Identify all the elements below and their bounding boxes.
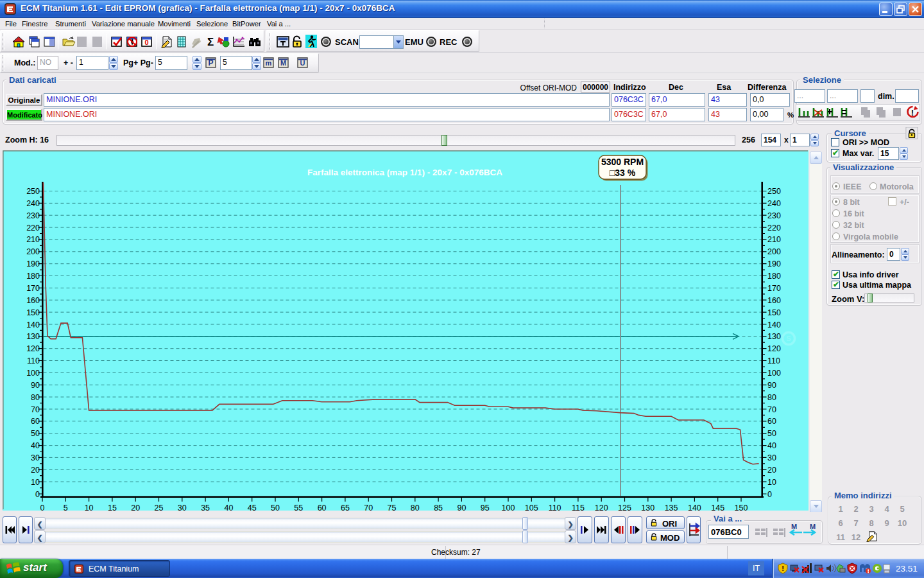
svg-text:125: 125 xyxy=(618,504,631,511)
svg-text:85: 85 xyxy=(434,504,443,511)
svg-text:45: 45 xyxy=(248,504,257,511)
svg-text:5: 5 xyxy=(64,504,68,511)
svg-text:25: 25 xyxy=(155,504,164,511)
svg-text:60: 60 xyxy=(31,417,40,426)
svg-text:70: 70 xyxy=(767,405,776,414)
svg-text:130: 130 xyxy=(767,332,781,341)
svg-text:200: 200 xyxy=(26,247,40,256)
svg-text:40: 40 xyxy=(767,441,776,450)
svg-text:230: 230 xyxy=(26,211,40,220)
svg-text:50: 50 xyxy=(767,429,776,438)
svg-text:90: 90 xyxy=(31,381,40,390)
svg-text:M: M xyxy=(280,59,286,67)
svg-text:110: 110 xyxy=(767,356,780,365)
svg-text:115: 115 xyxy=(572,504,585,511)
svg-text:150: 150 xyxy=(735,504,748,511)
svg-text:100: 100 xyxy=(767,369,781,378)
svg-text:140: 140 xyxy=(767,320,781,329)
svg-text:135: 135 xyxy=(665,504,678,511)
svg-text:180: 180 xyxy=(26,272,40,281)
svg-text:50: 50 xyxy=(271,504,280,511)
svg-text:220: 220 xyxy=(26,223,40,232)
svg-text:150: 150 xyxy=(767,308,781,317)
svg-text:0: 0 xyxy=(35,490,40,499)
svg-text:90: 90 xyxy=(767,381,776,390)
svg-text:65: 65 xyxy=(341,504,350,511)
svg-text:Σ: Σ xyxy=(207,36,214,48)
svg-text:100: 100 xyxy=(26,369,40,378)
svg-text:Farfalla elettronica (map 1/1): Farfalla elettronica (map 1/1) - 20x7 - … xyxy=(307,168,502,177)
svg-text:35: 35 xyxy=(201,504,210,511)
svg-text:20: 20 xyxy=(767,466,776,475)
svg-text:15: 15 xyxy=(108,504,117,511)
svg-text:80: 80 xyxy=(31,393,40,402)
svg-text:80: 80 xyxy=(411,504,420,511)
svg-text:30: 30 xyxy=(767,453,776,462)
svg-text:140: 140 xyxy=(688,504,701,511)
svg-text:20: 20 xyxy=(131,504,140,511)
svg-text:190: 190 xyxy=(26,259,40,268)
svg-text:120: 120 xyxy=(595,504,608,511)
svg-text:145: 145 xyxy=(711,504,724,511)
svg-text:55: 55 xyxy=(294,504,303,511)
svg-text:20: 20 xyxy=(31,466,40,475)
svg-text:240: 240 xyxy=(26,199,40,208)
svg-text:40: 40 xyxy=(224,504,233,511)
svg-text:90: 90 xyxy=(457,504,466,511)
svg-text:130: 130 xyxy=(641,504,654,511)
svg-text:160: 160 xyxy=(767,296,781,305)
svg-text:60: 60 xyxy=(318,504,327,511)
svg-text:95: 95 xyxy=(481,504,490,511)
svg-text:U: U xyxy=(300,59,305,67)
svg-text:30: 30 xyxy=(31,453,40,462)
svg-text:10: 10 xyxy=(85,504,94,511)
svg-text:80: 80 xyxy=(767,393,776,402)
svg-text:0: 0 xyxy=(144,39,148,46)
svg-text:5300 RPM: 5300 RPM xyxy=(601,157,644,167)
svg-text:!: ! xyxy=(782,565,784,572)
svg-text:m: m xyxy=(266,59,272,67)
svg-text:180: 180 xyxy=(767,272,781,281)
svg-text:0: 0 xyxy=(40,504,45,511)
svg-text:110: 110 xyxy=(27,356,40,365)
svg-text:105: 105 xyxy=(525,504,538,511)
svg-text:220: 220 xyxy=(767,223,781,232)
svg-text:70: 70 xyxy=(31,405,40,414)
svg-text:110: 110 xyxy=(549,504,561,511)
svg-text:40: 40 xyxy=(31,441,40,450)
svg-text:250: 250 xyxy=(26,187,40,196)
svg-text:160: 160 xyxy=(26,296,40,305)
svg-text:210: 210 xyxy=(26,235,40,244)
svg-text:200: 200 xyxy=(767,247,781,256)
svg-text:60: 60 xyxy=(767,417,776,426)
svg-text:130: 130 xyxy=(26,332,40,341)
svg-text:50: 50 xyxy=(31,429,40,438)
svg-text:□33 %: □33 % xyxy=(610,168,636,178)
svg-text:10: 10 xyxy=(31,478,40,487)
svg-text:75: 75 xyxy=(388,504,397,511)
svg-text:210: 210 xyxy=(767,235,781,244)
svg-text:100: 100 xyxy=(502,504,515,511)
svg-text:10: 10 xyxy=(767,478,776,487)
svg-text:!: ! xyxy=(911,108,914,118)
svg-text:240: 240 xyxy=(767,199,781,208)
svg-text:170: 170 xyxy=(767,284,781,293)
svg-text:0: 0 xyxy=(767,490,772,499)
svg-text:150: 150 xyxy=(26,308,40,317)
svg-text:250: 250 xyxy=(767,187,781,196)
svg-text:140: 140 xyxy=(26,320,40,329)
svg-text:S: S xyxy=(786,335,791,342)
svg-text:120: 120 xyxy=(767,344,781,353)
svg-text:120: 120 xyxy=(26,344,40,353)
svg-text:70: 70 xyxy=(364,504,373,511)
svg-text:230: 230 xyxy=(767,211,781,220)
svg-text:170: 170 xyxy=(26,284,40,293)
svg-text:30: 30 xyxy=(178,504,187,511)
svg-text:190: 190 xyxy=(767,259,781,268)
